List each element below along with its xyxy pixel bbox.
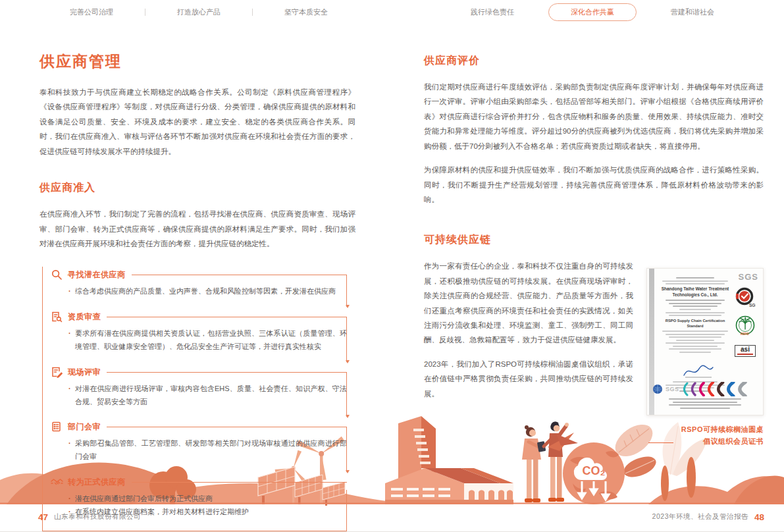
top-nav: 完善公司治理 打造放心产品 坚守本质安全 践行绿色责任 深化合作共赢 营建和谐社… [0, 0, 784, 24]
checklist-icon [51, 421, 63, 433]
nav-item-governance[interactable]: 完善公司治理 [70, 7, 113, 17]
sustainable-paragraph-2: 2023年，我们加入了RSPO可持续棕榈油圆桌倡议组织，承诺在价值链中严格贯彻负… [424, 357, 633, 401]
search-icon [51, 269, 63, 281]
flow-rule [107, 372, 347, 373]
rspo-certificate-image: SGS Shandong Taihe Water Treatment Techn… [646, 268, 764, 415]
nav-item-products[interactable]: 打造放心产品 [177, 7, 221, 17]
flow-step-title: 资质审查 [68, 311, 101, 323]
report-page: 完善公司治理 打造放心产品 坚守本质安全 践行绿色责任 深化合作共赢 营建和谐社… [0, 0, 784, 532]
flow-step-title: 现场评审 [68, 367, 101, 378]
supplier-admission-flowchart: 寻找潜在供应商 综合考虑供应商的产品质量、业内声誉、合规和风险控制等因素，开发潜… [42, 267, 347, 531]
colored-birds [682, 382, 750, 396]
flow-rule [132, 275, 348, 275]
flow-connector-arrow [346, 305, 350, 310]
flow-step-site-audit: 现场评审 对潜在供应商进行现场评审，审核内容包含EHS、质量、社会责任、知识产权… [51, 366, 347, 409]
flow-step-department-review: 部门会审 采购部召集品管部、工艺管理部、研发部等相关部门对现场审核通过的供应商进… [51, 421, 347, 464]
sgs-check-logo: SGS [735, 287, 756, 311]
nav-item-cooperation-active[interactable]: 深化合作共赢 [548, 3, 637, 21]
flow-step-title: 寻找潜在供应商 [68, 269, 126, 280]
rspo-palm-logo: RSPO [735, 315, 755, 340]
flow-rule [107, 317, 347, 317]
admission-paragraph: 在供应商准入环节，我们制定了完善的流程，包括寻找潜在供应商、供应商资质审查、现场… [39, 207, 355, 251]
caption-line-1: RSPO可持续棕榈油圆桌 [681, 425, 764, 433]
flow-rule [132, 482, 348, 483]
footer-report-title: 2023年环境、社会及管治报告 [652, 512, 748, 521]
flow-step-find-suppliers: 寻找潜在供应商 综合考虑供应商的产品质量、业内声誉、合规和风险控制等因素，开发潜… [51, 269, 347, 298]
document-search-icon [51, 311, 63, 323]
nav-item-society[interactable]: 营建和谐社会 [671, 7, 714, 17]
flow-bullet: 采购部召集品管部、工艺管理部、研发部等相关部门对现场审核通过的供应商进行部门会审 [68, 437, 347, 464]
sgs-birds-strip: SGS [652, 382, 758, 396]
section-heading-sustainable: 可持续供应链 [424, 233, 764, 247]
left-column: 供应商管理 泰和科技致力于与供应商建立长期稳定的战略合作关系。公司制定《原料供应… [39, 29, 355, 531]
svg-text:RSPO: RSPO [741, 332, 749, 336]
content: 供应商管理 泰和科技致力于与供应商建立长期稳定的战略合作关系。公司制定《原料供应… [39, 29, 764, 531]
sustainable-paragraph-1: 作为一家有责任心的企业，泰和科技不仅注重自身的可持续发展，还积极推动供应链的可持… [424, 259, 633, 348]
flow-connector-line [346, 317, 347, 362]
asi-accredited-logo: asi [735, 345, 756, 357]
svg-text:SGS: SGS [749, 303, 756, 307]
flow-step-title: 转为正式供应商 [68, 477, 126, 488]
flow-bullet: 综合考虑供应商的产品质量、业内声誉、合规和风险控制等因素，开发潜在供应商 [68, 285, 347, 298]
section-heading-admission: 供应商准入 [39, 181, 355, 195]
caption-line-2: 倡议组织会员证书 [703, 437, 764, 445]
footer-company-name: 山东泰和科技股份有限公司 [54, 512, 141, 521]
nav-divider [145, 9, 145, 16]
evaluation-paragraph-2: 为保障原材料的供应和提升供应链效率，我们不断加强与优质供应商的战略合作，进行策略… [424, 163, 764, 207]
handshake-icon [51, 476, 63, 489]
certificate-company-name: Shandong Taihe Water Treatment Technolog… [660, 286, 730, 298]
flow-connector-arrow [346, 415, 350, 420]
globe-logo [652, 384, 663, 394]
sgs-wordmark: SGS [739, 272, 758, 282]
intro-paragraph: 泰和科技致力于与供应商建立长期稳定的战略合作关系。公司制定《原料供应商管理程序》… [39, 85, 355, 159]
certificate-body: Shandong Taihe Water Treatment Technolog… [660, 275, 730, 354]
sustainable-text: 作为一家有责任心的企业，泰和科技不仅注重自身的可持续发展，还积极推动供应链的可持… [424, 259, 633, 447]
flow-connector-arrow [346, 360, 350, 365]
document-pen-icon [51, 366, 63, 379]
certificate-logos: SGS [731, 287, 759, 357]
caption-rule [648, 442, 673, 443]
flow-step-title: 部门会审 [68, 421, 101, 433]
flow-connector-line [346, 275, 347, 307]
right-column: 供应商评价 我们定期对供应商进行年度绩效评估，采购部负责制定供应商年度评审计划，… [424, 29, 764, 531]
evaluation-paragraph-1: 我们定期对供应商进行年度绩效评估，采购部负责制定供应商年度评审计划，并确保每年对… [424, 80, 764, 153]
flow-step-qualification-review: 资质审查 要求所有潜在供应商提供相关资质认证，包括营业执照、三体系认证（质量管理… [51, 311, 347, 354]
flow-connector-line [346, 372, 347, 417]
flow-rule [107, 427, 347, 427]
nav-item-green[interactable]: 践行绿色责任 [471, 7, 514, 17]
nav-item-safety[interactable]: 坚守本质安全 [284, 7, 328, 17]
nav-divider [252, 9, 253, 16]
sgs-gray-wordmark: SGS [666, 386, 679, 392]
flow-bullet: 潜在供应商通过部门会审后转为正式供应商 [68, 492, 347, 506]
flow-connector-line [346, 427, 347, 472]
page-number-right: 48 [754, 512, 764, 522]
flow-bullet: 要求所有潜在供应商提供相关资质认证，包括营业执照、三体系认证（质量管理、环境管理… [68, 327, 347, 354]
page-title: 供应商管理 [39, 51, 355, 72]
page-footer: 47 山东泰和科技股份有限公司 2023年环境、社会及管治报告 48 [0, 506, 784, 531]
certificate-footnote-lines [667, 396, 743, 410]
flow-connector-arrow [346, 470, 350, 475]
certificate-standard-title: RSPO Supply Chain Certification Standard [660, 319, 730, 329]
page-number-left: 47 [38, 512, 48, 522]
flow-bullet: 对潜在供应商进行现场评审，审核内容包含EHS、质量、社会责任、知识产权、守法合规… [68, 383, 347, 409]
section-heading-evaluation: 供应商评价 [424, 54, 764, 68]
certificate-caption: RSPO可持续棕榈油圆桌 倡议组织会员证书 [648, 424, 764, 447]
